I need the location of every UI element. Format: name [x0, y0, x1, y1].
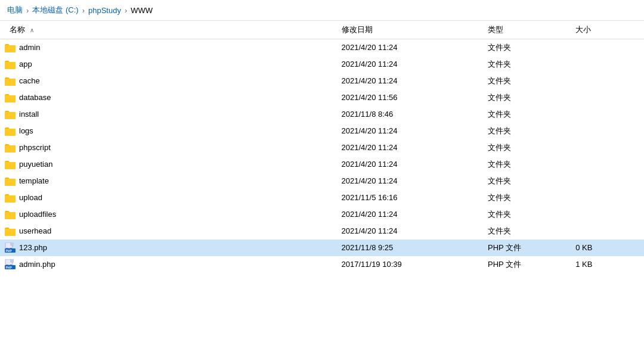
file-name-cell: template: [0, 173, 337, 189]
file-type: 文件夹: [483, 206, 571, 223]
file-date: 2021/11/8 8:46: [337, 106, 483, 123]
file-date: 2021/4/20 11:24: [337, 206, 483, 223]
svg-text:PHP: PHP: [6, 266, 13, 269]
file-date: 2017/11/19 10:39: [337, 256, 483, 273]
file-type: PHP 文件: [483, 256, 571, 273]
table-row[interactable]: upload 2021/11/5 16:16 文件夹: [0, 189, 644, 206]
file-size: [571, 89, 644, 106]
file-date: 2021/4/20 11:24: [337, 56, 483, 73]
svg-rect-21: [5, 212, 16, 219]
file-size: [571, 56, 644, 73]
file-type: 文件夹: [483, 123, 571, 139]
file-date: 2021/4/20 11:24: [337, 223, 483, 240]
file-name-cell: database: [0, 89, 337, 106]
file-name: admin.php: [19, 260, 55, 269]
file-type: 文件夹: [483, 73, 571, 89]
file-name: phpscript: [19, 143, 51, 152]
folder-icon: [5, 43, 16, 52]
breadcrumb-sep-1: ›: [26, 6, 29, 15]
table-row[interactable]: phpscript 2021/4/20 11:24 文件夹: [0, 139, 644, 156]
col-header-type[interactable]: 类型: [483, 21, 571, 39]
folder-icon: [5, 110, 16, 119]
file-name: install: [19, 110, 39, 119]
breadcrumb-phpstudy[interactable]: phpStudy: [88, 6, 121, 15]
table-row[interactable]: userhead 2021/4/20 11:24 文件夹: [0, 223, 644, 240]
col-header-size[interactable]: 大小: [571, 21, 644, 39]
file-size: [571, 106, 644, 123]
table-row[interactable]: puyuetian 2021/4/20 11:24 文件夹: [0, 156, 644, 173]
file-name: 123.php: [19, 243, 47, 252]
file-name-cell: puyuetian: [0, 156, 337, 173]
file-date: 2021/4/20 11:24: [337, 73, 483, 89]
file-size: [571, 223, 644, 240]
php-file-icon: PHP PHP: [5, 242, 16, 253]
breadcrumb-sep-3: ›: [125, 6, 127, 15]
col-header-date[interactable]: 修改日期: [337, 21, 483, 39]
table-row[interactable]: admin 2021/4/20 11:24 文件夹: [0, 39, 644, 56]
file-name-cell: logs: [0, 123, 337, 139]
file-date: 2021/4/20 11:24: [337, 173, 483, 189]
table-row[interactable]: database 2021/4/20 11:56 文件夹: [0, 89, 644, 106]
svg-rect-5: [5, 79, 16, 85]
table-row[interactable]: logs 2021/4/20 11:24 文件夹: [0, 123, 644, 139]
folder-icon: [5, 160, 16, 169]
table-row[interactable]: template 2021/4/20 11:24 文件夹: [0, 173, 644, 189]
svg-rect-3: [5, 62, 16, 69]
table-row[interactable]: uploadfiles 2021/4/20 11:24 文件夹: [0, 206, 644, 223]
file-type: 文件夹: [483, 39, 571, 56]
file-size: [571, 123, 644, 139]
folder-icon: [5, 60, 16, 69]
file-date: 2021/4/20 11:24: [337, 139, 483, 156]
file-name-cell: upload: [0, 189, 337, 206]
table-row[interactable]: install 2021/11/8 8:46 文件夹: [0, 106, 644, 123]
table-row[interactable]: PHP PHP admin.php 2017/11/19 10:39 PHP 文…: [0, 256, 644, 273]
svg-rect-19: [5, 195, 16, 202]
file-name-cell: install: [0, 106, 337, 123]
file-date: 2021/11/8 9:25: [337, 240, 483, 256]
file-name: uploadfiles: [19, 210, 56, 219]
file-type: 文件夹: [483, 173, 571, 189]
file-name-cell: phpscript: [0, 139, 337, 156]
file-size: 0 KB: [571, 240, 644, 256]
sort-arrow-name: ∧: [30, 27, 34, 33]
folder-icon: [5, 226, 16, 236]
breadcrumb-c[interactable]: 本地磁盘 (C:): [32, 5, 78, 15]
folder-icon: [5, 93, 16, 102]
file-name-cell: PHP PHP admin.php: [0, 256, 337, 273]
svg-rect-11: [5, 129, 16, 135]
file-type: 文件夹: [483, 223, 571, 240]
file-name: template: [19, 176, 49, 185]
svg-rect-17: [5, 179, 16, 185]
file-type: 文件夹: [483, 89, 571, 106]
file-name-cell: cache: [0, 73, 337, 89]
file-date: 2021/4/20 11:24: [337, 39, 483, 56]
table-row[interactable]: app 2021/4/20 11:24 文件夹: [0, 56, 644, 73]
file-type: PHP 文件: [483, 240, 571, 256]
breadcrumb-www: WWW: [131, 6, 153, 15]
file-name: cache: [19, 76, 40, 85]
file-date: 2021/4/20 11:56: [337, 89, 483, 106]
folder-icon: [5, 76, 16, 86]
table-row[interactable]: PHP PHP 123.php 2021/11/8 9:25 PHP 文件 0 …: [0, 240, 644, 256]
file-type: 文件夹: [483, 56, 571, 73]
file-size: [571, 173, 644, 189]
php-file-icon: PHP PHP: [5, 259, 16, 270]
folder-icon: [5, 143, 16, 153]
svg-rect-23: [5, 229, 16, 235]
svg-rect-25: [11, 242, 14, 245]
breadcrumb-pc[interactable]: 电脑: [7, 5, 23, 15]
file-size: [571, 189, 644, 206]
file-name: admin: [19, 43, 40, 52]
file-name-cell: uploadfiles: [0, 206, 337, 223]
folder-icon: [5, 193, 16, 203]
file-name-cell: admin: [0, 39, 337, 56]
table-row[interactable]: cache 2021/4/20 11:24 文件夹: [0, 73, 644, 89]
file-date: 2021/4/20 11:24: [337, 156, 483, 173]
file-table: 名称 ∧ 修改日期 类型 大小 admin 2021/4/20 11:24: [0, 21, 644, 273]
svg-text:PHP: PHP: [6, 249, 13, 253]
file-size: [571, 73, 644, 89]
col-header-name[interactable]: 名称 ∧: [0, 21, 337, 39]
file-name: userhead: [19, 226, 51, 235]
folder-icon: [5, 210, 16, 219]
svg-rect-9: [5, 112, 16, 119]
